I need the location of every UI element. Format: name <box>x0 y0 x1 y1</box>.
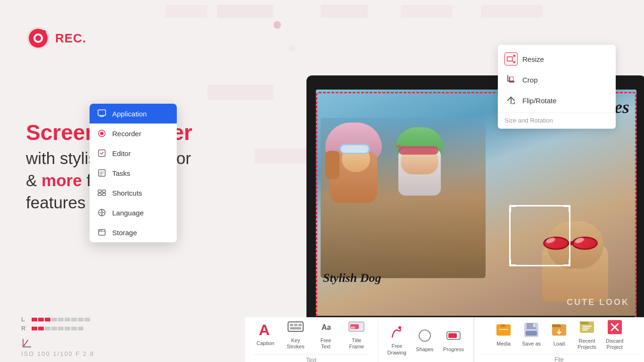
svg-rect-12 <box>102 190 106 192</box>
svg-rect-39 <box>533 323 536 327</box>
crop-panel: Resize Crop Flip/Rotate Size and Rotatio… <box>498 45 616 129</box>
menu-label-language: Language <box>112 209 144 217</box>
recent-projects-label: RecentProjects <box>578 338 596 350</box>
flip-rotate-icon <box>504 94 518 107</box>
cam-l-bar <box>32 318 90 321</box>
free-drawing-tool[interactable]: FreeDrawing <box>384 321 410 357</box>
svg-rect-43 <box>582 326 592 327</box>
free-drawing-label: FreeDrawing <box>388 343 406 355</box>
load-tool[interactable]: Load <box>546 319 572 349</box>
crop-panel-item[interactable]: Crop <box>498 69 616 90</box>
svg-point-3 <box>35 35 41 41</box>
svg-rect-6 <box>98 110 106 115</box>
flip-rotate-label: Flip/Rotate <box>522 97 557 105</box>
title-frame-tool[interactable]: ab Title Frame <box>343 316 370 352</box>
svg-rect-22 <box>288 322 303 331</box>
tasks-menu-icon <box>97 168 107 178</box>
resize-label: Resize <box>522 55 544 63</box>
svg-rect-34 <box>448 333 457 338</box>
svg-text:A: A <box>259 321 270 338</box>
menu-label-tasks: Tasks <box>112 169 130 177</box>
menu-label-editor: Editor <box>112 149 131 157</box>
save-as-tool[interactable]: Save as <box>518 319 545 349</box>
caption-icon: A <box>256 321 274 338</box>
svg-rect-10 <box>99 170 105 176</box>
app-menu-dropdown: Application Recorder Editor Tasks <box>90 104 177 242</box>
media-tool[interactable]: Media <box>491 319 516 349</box>
recent-projects-tool[interactable]: RecentProjects <box>574 316 600 352</box>
load-label: Load <box>553 341 565 347</box>
camera-info: L R <box>21 316 90 334</box>
menu-label-shortcuts: Shortcuts <box>112 189 142 197</box>
recent-projects-icon <box>578 318 596 336</box>
resize-icon <box>504 52 518 66</box>
photo-text3: CUTE LOOK <box>567 297 629 307</box>
drawing-section: FreeDrawing Shapes Progress <box>378 317 474 362</box>
svg-text:ab: ab <box>351 325 355 329</box>
svg-point-4 <box>41 30 46 35</box>
svg-rect-23 <box>290 324 293 326</box>
file-tools-row: Media Save as <box>491 316 627 352</box>
cam-r-label: R <box>21 325 28 332</box>
storage-menu-icon <box>97 228 107 237</box>
menu-label-application: Application <box>112 110 147 118</box>
free-text-icon: Aa <box>317 318 335 336</box>
title-frame-icon: ab <box>347 318 365 336</box>
text-section-label: Text <box>253 354 370 362</box>
language-menu-icon <box>97 208 107 217</box>
logo-icon <box>26 26 50 50</box>
key-strokes-tool[interactable]: KeyStrokes <box>283 316 308 352</box>
menu-item-editor[interactable]: Editor <box>90 143 177 163</box>
recorder-menu-icon <box>97 129 107 138</box>
media-label: Media <box>496 341 511 347</box>
svg-point-32 <box>419 330 430 341</box>
save-as-label: Save as <box>522 341 541 347</box>
shapes-label: Shapes <box>416 346 433 353</box>
free-text-label: Free Text <box>317 337 335 350</box>
free-drawing-icon <box>388 323 406 341</box>
size-rotation-label: Size and Rotation <box>498 115 616 125</box>
svg-rect-11 <box>98 190 101 192</box>
editor-menu-icon <box>97 148 107 158</box>
menu-item-recorder[interactable]: Recorder <box>90 123 177 143</box>
menu-item-application[interactable]: Application <box>90 104 177 123</box>
key-strokes-label: KeyStrokes <box>287 337 304 350</box>
discard-project-icon <box>606 318 624 336</box>
save-as-icon <box>522 321 540 339</box>
discard-project-tool[interactable]: DiscardProject <box>602 316 627 352</box>
svg-rect-36 <box>499 329 508 330</box>
cam-r-bar <box>32 327 83 330</box>
menu-item-language[interactable]: Language <box>90 203 177 222</box>
menu-item-tasks[interactable]: Tasks <box>90 163 177 183</box>
progress-tool[interactable]: Progress <box>439 325 468 354</box>
menu-label-recorder: Recorder <box>112 130 141 138</box>
file-section: Media Save as <box>474 317 644 362</box>
svg-point-18 <box>101 230 102 231</box>
flip-rotate-panel-item[interactable]: Flip/Rotate <box>498 90 616 111</box>
shapes-icon <box>416 327 434 345</box>
svg-rect-19 <box>507 57 512 61</box>
menu-item-storage[interactable]: Storage <box>90 222 177 242</box>
caption-tool[interactable]: A Caption <box>253 319 278 348</box>
resize-panel-item[interactable]: Resize <box>498 49 616 69</box>
bottom-toolbar: A Caption KeyStrokes <box>245 317 644 362</box>
svg-rect-44 <box>582 328 590 329</box>
iso-text: ISO 100 1/100 F 2.8 <box>21 350 94 357</box>
shortcuts-menu-icon <box>97 188 107 197</box>
svg-point-31 <box>398 326 401 329</box>
svg-point-8 <box>100 132 104 135</box>
app-menu-icon <box>97 109 107 118</box>
free-text-tool[interactable]: Aa Free Text <box>313 316 339 352</box>
hero-highlight: more <box>41 171 82 189</box>
logo-text: REC. <box>55 31 86 46</box>
menu-item-shortcuts[interactable]: Shortcuts <box>90 183 177 203</box>
shapes-tool[interactable]: Shapes <box>412 325 438 354</box>
crop-icon <box>504 73 518 86</box>
discard-project-label: DiscardProject <box>606 338 623 350</box>
load-icon <box>550 321 568 339</box>
cam-l-label: L <box>21 316 28 323</box>
svg-text:Aa: Aa <box>322 323 330 331</box>
media-icon <box>495 321 512 339</box>
title-frame-label: Title Frame <box>347 337 366 350</box>
svg-rect-40 <box>526 331 537 336</box>
